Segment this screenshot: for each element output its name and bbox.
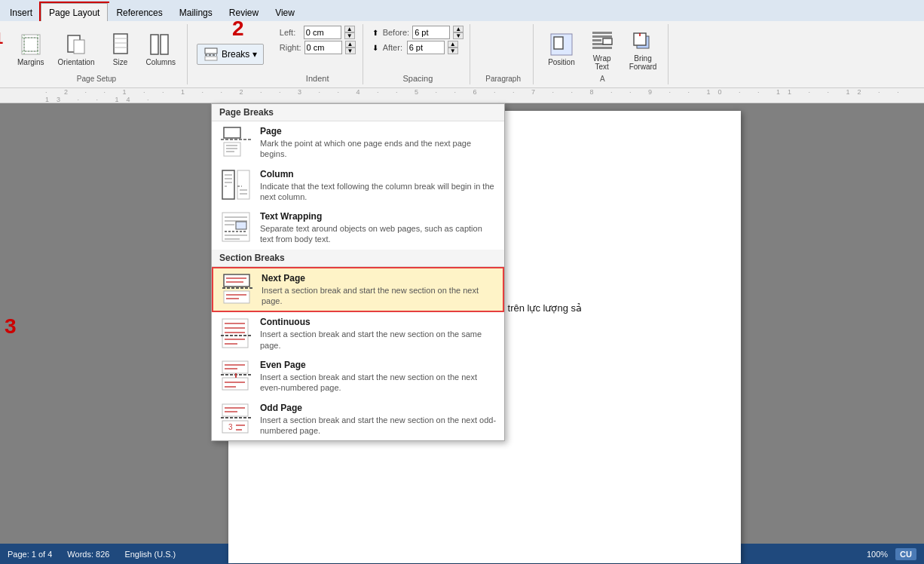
text-wrapping-item-desc: Separate text around objects on web page… [260, 223, 497, 245]
indent-right-up[interactable]: ▲ [345, 41, 356, 48]
orientation-button[interactable]: Orientation [53, 30, 100, 69]
continuous-item-title: Continuous [260, 317, 497, 327]
breaks-button[interactable]: Breaks ▾ [197, 44, 264, 65]
svg-rect-12 [151, 35, 158, 54]
svg-rect-8 [114, 34, 127, 54]
spacing-after-spinner[interactable]: ▲ ▼ [448, 41, 458, 54]
indent-right-row: Right: ▲ ▼ [280, 41, 356, 54]
odd-page-break-icon: 3 [219, 403, 252, 436]
breaks-dropdown-menu: Page Breaks Page Mark the point at which… [211, 103, 505, 441]
spacing-after-down[interactable]: ▼ [448, 48, 458, 54]
even-page-break-icon [219, 360, 252, 393]
text-wrapping-item-text: Text Wrapping Separate text around objec… [260, 211, 497, 245]
even-page-item-desc: Insert a section break and start the new… [260, 372, 497, 394]
indent-right-label: Right: [280, 43, 301, 52]
next-page-break-icon [221, 273, 254, 306]
before-icon: ⬆ [372, 29, 378, 37]
indent-group-label: Indent [306, 72, 329, 83]
svg-rect-51 [224, 274, 249, 287]
spacing-after-up[interactable]: ▲ [448, 41, 458, 48]
spacing-after-input[interactable] [407, 41, 445, 54]
page-item-title: Page [260, 126, 497, 136]
arrange-items: Position Wrap Text [543, 26, 662, 73]
menu-item-odd-page[interactable]: 3 Odd Page Insert a section break and st… [212, 398, 504, 441]
svg-rect-69 [222, 378, 248, 390]
wrap-text-icon [590, 29, 614, 53]
column-item-text: Column Indicate that the text following … [260, 169, 497, 203]
menu-item-next-page[interactable]: Next Page Insert a section break and sta… [212, 267, 504, 313]
spacing-before-down[interactable]: ▼ [453, 32, 464, 39]
svg-rect-28 [224, 127, 240, 138]
indent-left-down[interactable]: ▼ [344, 32, 355, 39]
page-setup-group-label: Page Setup [77, 73, 116, 83]
menu-item-column[interactable]: Column Indicate that the text following … [212, 164, 504, 207]
svg-rect-30 [224, 143, 240, 156]
spacing-after-row: ⬇ After: ▲ ▼ [372, 41, 458, 54]
ribbon-body: 1 Margins [0, 21, 924, 87]
next-page-item-desc: Insert a section break and start the new… [262, 285, 495, 307]
continuous-item-desc: Insert a section break and start the new… [260, 329, 497, 351]
main-area: 3 HẦN NỘI DUNG Ồ CHÍ MINH VỀ CHỦ NGHĨA X… [0, 103, 924, 544]
svg-rect-7 [74, 40, 84, 54]
svg-rect-18 [554, 37, 563, 49]
indent-right-spinner[interactable]: ▲ ▼ [345, 41, 356, 54]
ruler: · 2 · · 1 · · 1 · · 2 · · 3 · · 4 · · 5 … [0, 88, 924, 103]
size-button[interactable]: Size [103, 30, 138, 69]
even-page-item-text: Even Page Insert a section break and sta… [260, 360, 497, 394]
badge-two: 2 [232, 17, 244, 41]
menu-item-page[interactable]: Page Mark the point at which one page en… [212, 121, 504, 164]
odd-page-item-title: Odd Page [260, 403, 497, 413]
spacing-before-row: ⬆ Before: ▲ ▼ [372, 26, 464, 39]
group-indent: Left: ▲ ▼ Right: ▲ ▼ Indent [273, 24, 363, 84]
indent-left-up[interactable]: ▲ [344, 26, 355, 32]
indent-left-row: Left: ▲ ▼ [280, 26, 355, 39]
even-page-item-title: Even Page [260, 360, 497, 370]
spacing-before-spinner[interactable]: ▲ ▼ [453, 26, 464, 39]
columns-button[interactable]: Columns [141, 30, 181, 69]
orientation-icon [64, 32, 88, 57]
group-paragraph: Paragraph [473, 24, 534, 84]
svg-rect-55 [224, 291, 249, 303]
tab-page-layout[interactable]: Page Layout [41, 3, 108, 21]
tab-view[interactable]: View [267, 3, 303, 21]
svg-rect-47 [236, 222, 246, 229]
paragraph-group-label: Paragraph [485, 73, 521, 83]
indent-right-down[interactable]: ▼ [345, 48, 356, 54]
columns-icon [148, 32, 173, 57]
tab-mailings[interactable]: Mailings [171, 3, 221, 21]
column-break-icon [219, 169, 252, 202]
status-words: Words: 826 [67, 550, 109, 559]
svg-rect-21 [592, 39, 601, 41]
indent-right-input[interactable] [304, 41, 342, 54]
tab-insert[interactable]: Insert [2, 3, 41, 21]
spacing-group-label: Spacing [403, 72, 433, 83]
page-break-icon [219, 126, 252, 159]
page-setup-buttons: Margins Orientation [12, 26, 181, 73]
indent-left-spinner[interactable]: ▲ ▼ [344, 26, 355, 39]
spacing-before-label: Before: [383, 28, 409, 37]
spacing-before-up[interactable]: ▲ [453, 26, 464, 32]
wrap-text-button[interactable]: Wrap Text [585, 26, 620, 73]
orientation-label: Orientation [58, 58, 95, 66]
size-icon [109, 32, 133, 57]
bring-forward-button[interactable]: Bring Forward [624, 26, 662, 73]
spacing-before-input[interactable] [412, 26, 450, 39]
menu-item-continuous[interactable]: Continuous Insert a section break and st… [212, 312, 504, 355]
indent-left-input[interactable] [304, 26, 341, 39]
columns-label: Columns [146, 58, 176, 66]
position-icon [549, 32, 574, 57]
column-item-title: Column [260, 169, 497, 179]
status-right: 100% CU [867, 548, 916, 560]
tab-references[interactable]: References [108, 3, 170, 21]
breaks-icon [203, 47, 219, 62]
badge-one: 1 [0, 29, 3, 48]
page-item-text: Page Mark the point at which one page en… [260, 126, 497, 160]
cu-badge: CU [895, 548, 916, 560]
menu-item-text-wrapping[interactable]: Text Wrapping Separate text around objec… [212, 207, 504, 250]
menu-item-even-page[interactable]: Even Page Insert a section break and sta… [212, 355, 504, 398]
position-button[interactable]: Position [543, 30, 580, 69]
margins-icon [19, 32, 43, 57]
svg-rect-24 [603, 38, 612, 44]
margins-button[interactable]: Margins [12, 30, 50, 69]
badge-three: 3 [5, 314, 17, 339]
